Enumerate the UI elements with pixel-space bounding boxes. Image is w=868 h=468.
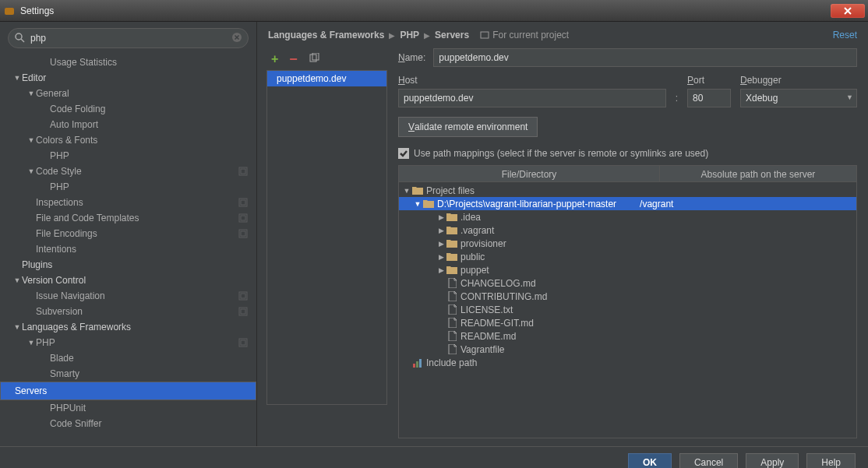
expand-icon: ▼ [26, 136, 36, 144]
host-input[interactable] [398, 89, 666, 107]
sidebar-item[interactable]: ▼General [0, 86, 256, 101]
port-input[interactable] [687, 89, 731, 107]
svg-rect-20 [312, 53, 319, 60]
chevron-right-icon: ▶ [389, 31, 395, 40]
expand-icon: ▼ [12, 276, 22, 284]
svg-rect-18 [481, 32, 489, 38]
sidebar-item[interactable]: File and Code Templates [0, 210, 256, 226]
folder-icon [446, 212, 458, 223]
server-list-item[interactable]: puppetdemo.dev [267, 71, 386, 86]
mapping-tree[interactable]: ▼Project files▼D:\Projects\vagrant-libra… [398, 182, 857, 438]
file-icon [446, 331, 458, 342]
close-button[interactable] [831, 4, 865, 18]
sidebar-item[interactable]: Servers [0, 382, 256, 400]
tree-label: Vagrantfile [460, 344, 504, 355]
sidebar-item[interactable]: Plugins [0, 257, 256, 273]
tree-row[interactable]: ▶puppet [399, 263, 856, 276]
apply-button[interactable]: Apply [746, 453, 799, 469]
sidebar-item-label: Code Folding [50, 104, 249, 114]
sidebar-item-label: Auto Import [50, 119, 249, 130]
sidebar-item[interactable]: PHP [0, 179, 256, 195]
sidebar-item-label: Editor [22, 72, 249, 83]
sidebar-item[interactable]: Blade [0, 350, 256, 366]
sidebar-item-label: Intentions [36, 244, 249, 255]
expand-icon: ▼ [12, 74, 22, 82]
file-icon [446, 318, 458, 329]
sidebar-item[interactable]: PHPUnit [0, 400, 256, 416]
validate-button[interactable]: Validate remote environment [398, 117, 538, 137]
sidebar-item-label: Code Sniffer [50, 418, 249, 429]
expand-icon: ▼ [26, 339, 36, 347]
tree-row[interactable]: ▶public [399, 250, 856, 263]
svg-rect-19 [310, 55, 316, 62]
sidebar-item[interactable]: Code Sniffer [0, 416, 256, 431]
tree-label: LICENSE.txt [460, 304, 513, 315]
sidebar-item[interactable]: PHP [0, 148, 256, 164]
sidebar-item-label: PHP [50, 181, 249, 192]
name-input[interactable] [433, 48, 857, 67]
search-field[interactable] [8, 28, 249, 48]
tree-row[interactable]: ▶.vagrant [399, 223, 856, 237]
file-icon [446, 304, 458, 315]
help-button[interactable]: Help [806, 453, 856, 469]
folder-icon [422, 199, 435, 209]
tree-row[interactable]: CHANGELOG.md [399, 276, 856, 290]
expand-icon: ▼ [12, 323, 22, 331]
svg-point-1 [16, 33, 22, 40]
path-mapping[interactable]: /vagrant [640, 199, 673, 209]
crumb-root[interactable]: Languages & Frameworks [268, 30, 384, 40]
tree-row[interactable]: LICENSE.txt [399, 303, 856, 316]
tree-label: CONTRIBUTING.md [460, 291, 547, 302]
server-list[interactable]: puppetdemo.dev [266, 70, 387, 405]
cancel-button[interactable]: Cancel [679, 453, 738, 469]
tree-row[interactable]: README.md [399, 329, 856, 343]
server-toolbar: + − [266, 48, 387, 70]
tree-label: README-GIT.md [460, 318, 534, 329]
project-icon [480, 30, 489, 40]
sidebar-item-label: Smarty [50, 368, 249, 379]
sidebar-item[interactable]: Auto Import [0, 117, 256, 132]
sidebar-item[interactable]: ▼Editor [0, 70, 256, 86]
sidebar-item[interactable]: ▼Code Style [0, 164, 256, 179]
tree-row[interactable]: ▶.idea [399, 210, 856, 223]
sidebar-item[interactable]: ▼Colors & Fonts [0, 132, 256, 148]
sidebar-item[interactable]: Intentions [0, 241, 256, 257]
sidebar-item[interactable]: ▼Version Control [0, 273, 256, 288]
dialog-footer: OK Cancel Apply Help [0, 446, 868, 468]
chevron-right-icon: ▶ [424, 31, 430, 40]
debugger-select[interactable]: Xdebug▼ [740, 89, 857, 107]
expand-icon: ▼ [26, 167, 36, 175]
tree-row[interactable]: ▶provisioner [399, 237, 856, 250]
reset-link[interactable]: Reset [833, 30, 857, 40]
tree-row[interactable]: Vagrantfile [399, 343, 856, 356]
sidebar-item[interactable]: Code Folding [0, 101, 256, 117]
path-mappings-checkbox[interactable]: Use path mappings (select if the server … [398, 148, 857, 159]
tree-row[interactable]: ▼D:\Projects\vagrant-librarian-puppet-ma… [399, 197, 856, 210]
remove-server-icon[interactable]: − [289, 51, 298, 68]
sidebar-item[interactable]: Smarty [0, 366, 256, 382]
copy-server-icon[interactable] [309, 53, 319, 66]
ok-button[interactable]: OK [628, 453, 672, 469]
sidebar-item[interactable]: ▼Languages & Frameworks [0, 319, 256, 335]
tree-label: Project files [426, 185, 475, 196]
sidebar-item[interactable]: Subversion [0, 304, 256, 319]
sidebar-item-label: Languages & Frameworks [22, 322, 249, 333]
crumb-php[interactable]: PHP [400, 30, 419, 40]
host-label: Host [398, 75, 666, 86]
settings-tree[interactable]: Usage Statistics▼Editor▼GeneralCode Fold… [0, 55, 256, 446]
sidebar-item[interactable]: Issue Navigation [0, 288, 256, 304]
sidebar-item[interactable]: Inspections [0, 195, 256, 210]
sidebar-item[interactable]: ▼PHP [0, 335, 256, 350]
tree-row[interactable]: CONTRIBUTING.md [399, 290, 856, 303]
tree-label: README.md [460, 331, 516, 342]
sidebar-item[interactable]: File Encodings [0, 226, 256, 241]
col-abs: Absolute path on the server [660, 166, 856, 181]
clear-search-icon[interactable] [231, 32, 242, 45]
search-input[interactable] [8, 28, 249, 48]
sidebar-item[interactable]: Usage Statistics [0, 55, 256, 70]
tree-row[interactable]: Include path [399, 356, 856, 369]
add-server-icon[interactable]: + [271, 52, 278, 66]
tree-row[interactable]: ▼Project files [399, 184, 856, 197]
folder-icon [446, 238, 458, 249]
tree-row[interactable]: README-GIT.md [399, 316, 856, 329]
